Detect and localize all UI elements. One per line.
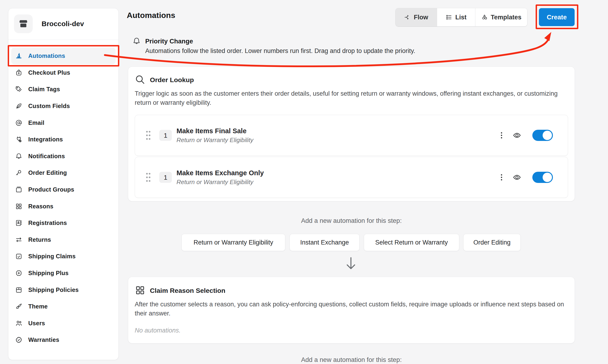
archive-box-icon bbox=[15, 186, 22, 193]
sidebar-nav: Automations Checkout Plus Claim Tags Cus… bbox=[11, 40, 116, 348]
create-button[interactable]: Create bbox=[539, 8, 575, 26]
view-toggle: Flow List Templates bbox=[395, 8, 527, 26]
step-title: Claim Reason Selection bbox=[150, 287, 225, 295]
store-switcher[interactable]: Broccoli-dev bbox=[14, 14, 84, 33]
tab-flow[interactable]: Flow bbox=[395, 8, 437, 26]
enabled-toggle[interactable] bbox=[532, 172, 553, 183]
templates-icon bbox=[481, 14, 488, 21]
notice-title: Priority Change bbox=[145, 38, 193, 45]
sidebar-item-users[interactable]: Users bbox=[11, 315, 116, 332]
page-title: Automations bbox=[127, 11, 175, 20]
automation-name: Make Items Exchange Only bbox=[176, 169, 264, 177]
hexagon-plus-icon bbox=[15, 270, 22, 277]
automation-type: Return or Warranty Eligibility bbox=[176, 179, 264, 186]
toggle-knob bbox=[543, 173, 552, 182]
kebab-menu-icon[interactable] bbox=[497, 131, 506, 140]
empty-state-text: No automations. bbox=[135, 327, 181, 334]
sidebar-item-theme[interactable]: Theme bbox=[11, 298, 116, 315]
bell-icon bbox=[15, 153, 22, 160]
tags-icon bbox=[15, 86, 22, 93]
grid-icon bbox=[15, 203, 22, 210]
sidebar-item-registrations[interactable]: Registrations bbox=[11, 215, 116, 232]
wizard-hat-icon bbox=[15, 52, 22, 60]
swap-arrows-icon bbox=[15, 236, 22, 243]
kebab-menu-icon[interactable] bbox=[497, 173, 506, 182]
priority-badge: 1 bbox=[159, 172, 172, 183]
step-card-order-lookup: Order Lookup Trigger logic as soon as th… bbox=[128, 66, 575, 201]
automation-name: Make Items Final Sale bbox=[176, 127, 253, 135]
add-option-select-return-warranty[interactable]: Select Return or Warranty bbox=[364, 234, 459, 251]
plug-plus-icon bbox=[15, 136, 22, 143]
store-name: Broccoli-dev bbox=[41, 20, 84, 28]
key-icon bbox=[15, 169, 22, 176]
down-arrow-icon bbox=[345, 256, 357, 271]
step-title: Order Lookup bbox=[150, 76, 194, 84]
sidebar-item-shipping-plus[interactable]: Shipping Plus bbox=[11, 265, 116, 282]
sidebar-item-returns[interactable]: Returns bbox=[11, 232, 116, 248]
step-description: After the customer selects a reason, you… bbox=[135, 300, 566, 318]
priority-badge: 1 bbox=[159, 130, 172, 141]
sidebar-item-claim-tags[interactable]: Claim Tags bbox=[11, 81, 116, 98]
sidebar-item-checkout-plus[interactable]: Checkout Plus bbox=[11, 65, 116, 81]
add-option-instant-exchange[interactable]: Instant Exchange bbox=[290, 234, 360, 251]
paintbrush-icon bbox=[15, 303, 22, 310]
storefront-icon bbox=[14, 14, 33, 33]
box-check-icon bbox=[15, 253, 22, 260]
add-option-return-warranty-eligibility[interactable]: Return or Warranty Eligibility bbox=[181, 234, 285, 251]
preview-eye-icon[interactable] bbox=[513, 173, 521, 182]
notice-description: Automations follow the listed order. Low… bbox=[145, 47, 415, 55]
add-step-label-bottom: Add a new automation for this step: bbox=[128, 356, 575, 364]
sidebar: Broccoli-dev Automations Checkout Plus C… bbox=[8, 8, 119, 360]
list-icon bbox=[446, 14, 452, 21]
sidebar-item-shipping-claims[interactable]: Shipping Claims bbox=[11, 248, 116, 265]
step-card-claim-reason-selection: Claim Reason Selection After the custome… bbox=[128, 277, 575, 343]
toggle-knob bbox=[543, 131, 552, 140]
users-icon bbox=[15, 320, 22, 327]
sidebar-item-email[interactable]: Email bbox=[11, 114, 116, 131]
tab-templates[interactable]: Templates bbox=[475, 8, 527, 26]
sidebar-item-shipping-policies[interactable]: Shipping Policies bbox=[11, 281, 116, 298]
tab-list[interactable]: List bbox=[437, 8, 475, 26]
sidebar-item-automations[interactable]: Automations bbox=[11, 48, 116, 65]
sidebar-item-order-editing[interactable]: Order Editing bbox=[11, 165, 116, 181]
sidebar-item-warranties[interactable]: Warranties bbox=[11, 332, 116, 348]
sidebar-item-reasons[interactable]: Reasons bbox=[11, 198, 116, 215]
preview-eye-icon[interactable] bbox=[513, 131, 521, 140]
at-sign-icon bbox=[15, 119, 22, 127]
search-icon bbox=[135, 74, 146, 85]
automation-type: Return or Warranty Eligibility bbox=[176, 136, 253, 144]
flow-icon bbox=[404, 14, 411, 21]
sidebar-divider bbox=[8, 40, 118, 40]
enabled-toggle[interactable] bbox=[532, 130, 553, 141]
automation-row[interactable]: 1 Make Items Final Sale Return or Warran… bbox=[135, 115, 568, 156]
id-card-icon bbox=[15, 219, 22, 227]
sidebar-item-integrations[interactable]: Integrations bbox=[11, 131, 116, 148]
bell-icon bbox=[132, 37, 141, 45]
sidebar-item-notifications[interactable]: Notifications bbox=[11, 148, 116, 165]
container-icon bbox=[15, 286, 22, 294]
add-step-label: Add a new automation for this step: bbox=[128, 217, 575, 224]
step-description: Trigger logic as soon as the customer en… bbox=[135, 89, 566, 107]
grid-icon bbox=[135, 285, 145, 295]
badge-check-icon bbox=[15, 336, 22, 343]
automation-row[interactable]: 1 Make Items Exchange Only Return or War… bbox=[135, 157, 568, 198]
feather-icon bbox=[15, 103, 22, 110]
bag-plus-icon bbox=[15, 69, 22, 76]
sidebar-item-product-groups[interactable]: Product Groups bbox=[11, 181, 116, 198]
add-option-order-editing[interactable]: Order Editing bbox=[463, 234, 521, 251]
sidebar-item-custom-fields[interactable]: Custom Fields bbox=[11, 98, 116, 115]
drag-handle-icon[interactable] bbox=[144, 130, 152, 141]
drag-handle-icon[interactable] bbox=[144, 172, 152, 183]
